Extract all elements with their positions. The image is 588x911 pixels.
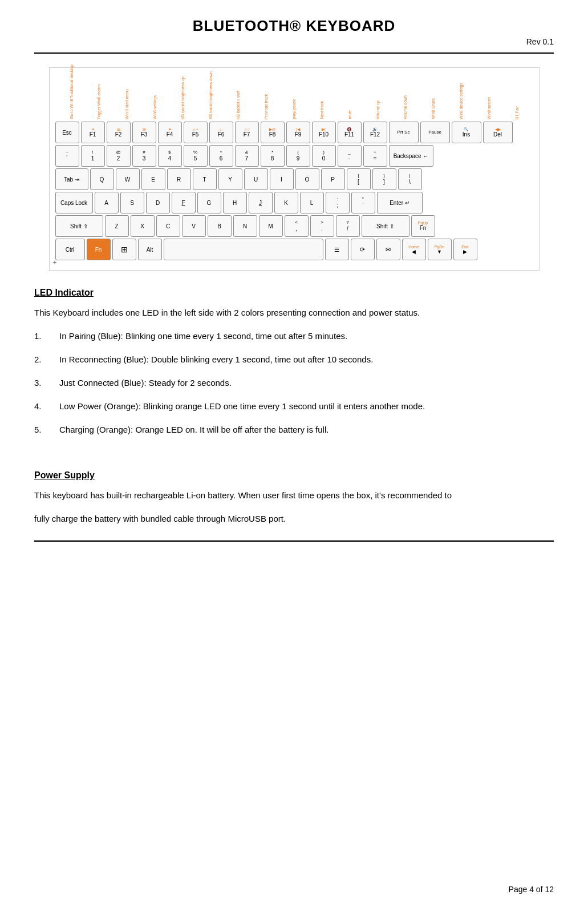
key-3: #3 xyxy=(132,145,156,167)
key-a: A xyxy=(95,192,119,213)
key-minus: _- xyxy=(338,145,362,167)
led-text-2: In Reconnecting (Blue): Double blinking … xyxy=(59,352,373,367)
key-equals: += xyxy=(363,145,387,167)
key-u: U xyxy=(244,168,268,190)
led-item-2: 2. In Reconnecting (Blue): Double blinki… xyxy=(34,352,554,367)
page-title: BLUETOOTH® KEYBOARD xyxy=(34,17,554,35)
key-z: Z xyxy=(105,215,129,237)
key-1: !1 xyxy=(81,145,105,167)
led-text-5: Charging (Orange): Orange LED on. It wil… xyxy=(59,422,329,437)
key-space xyxy=(164,239,323,260)
key-f5: ☼+F5 xyxy=(184,122,208,143)
fn-label-17: BT Pair xyxy=(503,106,531,119)
fn-label-row: Go to Win8 Traditional desktop Trigger W… xyxy=(55,74,533,119)
led-num-1: 1. xyxy=(34,328,50,344)
key-backspace: Backspace ← xyxy=(389,145,433,167)
key-i: I xyxy=(270,168,294,190)
key-f6: ☼-F6 xyxy=(209,122,233,143)
fn-label-9: play/ pause xyxy=(280,99,308,119)
key-backslash: |\ xyxy=(398,168,422,190)
fn-label-7: KB backlit on/off xyxy=(224,91,252,119)
led-text-1: In Pairing (Blue): Blinking one time eve… xyxy=(59,328,347,344)
fn-label-15: Win8 device settings xyxy=(447,83,475,119)
key-5: %5 xyxy=(184,145,208,167)
key-lbracket: {[ xyxy=(347,168,371,190)
key-p: P xyxy=(321,168,345,190)
key-f: F xyxy=(172,192,196,213)
key-quote: "' xyxy=(351,192,375,213)
keyboard-diagram: Go to Win8 Traditional desktop Trigger W… xyxy=(49,67,540,271)
key-end: End▶ xyxy=(453,239,477,260)
key-s: S xyxy=(120,192,144,213)
key-x: X xyxy=(131,215,155,237)
led-item-3: 3. Just Connected (Blue): Steady for 2 s… xyxy=(34,375,554,390)
key-b: B xyxy=(208,215,232,237)
key-9: (9 xyxy=(286,145,310,167)
key-mail: ✉ xyxy=(376,239,400,260)
fn-label-16: Win8 search xyxy=(475,97,503,119)
revision: Rev 0.1 xyxy=(34,37,554,46)
fn-label-1: Go to Win8 Traditional desktop xyxy=(58,65,86,119)
page-footer: Page 4 of 12 xyxy=(509,885,554,894)
fn-label-13: Volume down xyxy=(391,95,419,119)
key-search: ⟳ xyxy=(351,239,375,260)
key-y: Y xyxy=(218,168,242,190)
fn-label-8: Previous track xyxy=(252,94,280,119)
row-bottom: Ctrl Fn ⊞ Alt ☰ ⟳ ✉ Home◀ PgDn▼ End▶ xyxy=(55,239,533,260)
key-pause: Pause xyxy=(420,122,450,143)
key-h: H xyxy=(223,192,247,213)
row-asdf: Caps Lock A S D F G H J K L :; "' Enter … xyxy=(55,192,533,213)
fn-label-10: Next track xyxy=(308,101,336,119)
key-l: L xyxy=(300,192,324,213)
key-2: @2 xyxy=(107,145,131,167)
key-n: N xyxy=(233,215,257,237)
key-f4: ✦F4 xyxy=(158,122,182,143)
fn-label-11: mute xyxy=(336,110,364,119)
fn-label-6: KB backlit brightness down xyxy=(197,71,225,119)
key-f8: ▶/IIF8 xyxy=(261,122,285,143)
key-tab: Tab ⇥ xyxy=(55,168,88,190)
row-function: Esc ☀F1 ☰F2 ⊞F3 ✦F4 ☼+F5 ☼-F6 ☼○F7 ▶/IIF… xyxy=(55,122,533,143)
key-j: J xyxy=(249,192,273,213)
power-text2: fully charge the battery with bundled ca… xyxy=(34,511,554,526)
led-num-5: 5. xyxy=(34,422,50,437)
led-num-2: 2. xyxy=(34,352,50,367)
key-q: Q xyxy=(90,168,114,190)
key-win: ⊞ xyxy=(112,239,136,260)
key-shift-right: Shift ⇧ xyxy=(362,215,409,237)
fn-label-5: KB backlit brightness up xyxy=(169,76,197,119)
key-esc: Esc xyxy=(55,122,79,143)
key-f3: ⊞F3 xyxy=(132,122,156,143)
led-text-4: Low Power (Orange): Blinking orange LED … xyxy=(59,398,425,414)
fn-label-14: Win8 Share xyxy=(419,98,447,119)
corner-plus: + xyxy=(53,259,57,267)
fn-label-4: Win8 settings xyxy=(141,95,169,119)
key-v: V xyxy=(182,215,206,237)
led-item-5: 5. Charging (Orange): Orange LED on. It … xyxy=(34,422,554,437)
key-f12: 🔊F12 xyxy=(363,122,387,143)
key-f9: |◀F9 xyxy=(286,122,310,143)
key-f1: ☀F1 xyxy=(81,122,105,143)
key-shift-left: Shift ⇧ xyxy=(55,215,103,237)
key-menu: ☰ xyxy=(325,239,349,260)
key-7: &7 xyxy=(235,145,259,167)
key-pgup: PgUpFn xyxy=(411,215,435,237)
key-r: R xyxy=(167,168,191,190)
row-qwerty: Tab ⇥ Q W E R T Y U I O P {[ }] |\ xyxy=(55,168,533,190)
key-home: Home◀ xyxy=(402,239,426,260)
key-8: *8 xyxy=(261,145,285,167)
key-prtsc: Prt Sc xyxy=(389,122,419,143)
led-item-4: 4. Low Power (Orange): Blinking orange L… xyxy=(34,398,554,414)
key-d: D xyxy=(146,192,170,213)
key-f2: ☰F2 xyxy=(107,122,131,143)
key-ctrl: Ctrl xyxy=(55,239,85,260)
key-rbracket: }] xyxy=(372,168,396,190)
led-num-4: 4. xyxy=(34,398,50,414)
key-slash: ?/ xyxy=(336,215,360,237)
key-period: >. xyxy=(310,215,334,237)
led-item-1: 1. In Pairing (Blue): Blinking one time … xyxy=(34,328,554,344)
key-c: C xyxy=(156,215,180,237)
key-capslock: Caps Lock xyxy=(55,192,93,213)
key-pgdn: PgDn▼ xyxy=(428,239,452,260)
key-6: ^6 xyxy=(209,145,233,167)
